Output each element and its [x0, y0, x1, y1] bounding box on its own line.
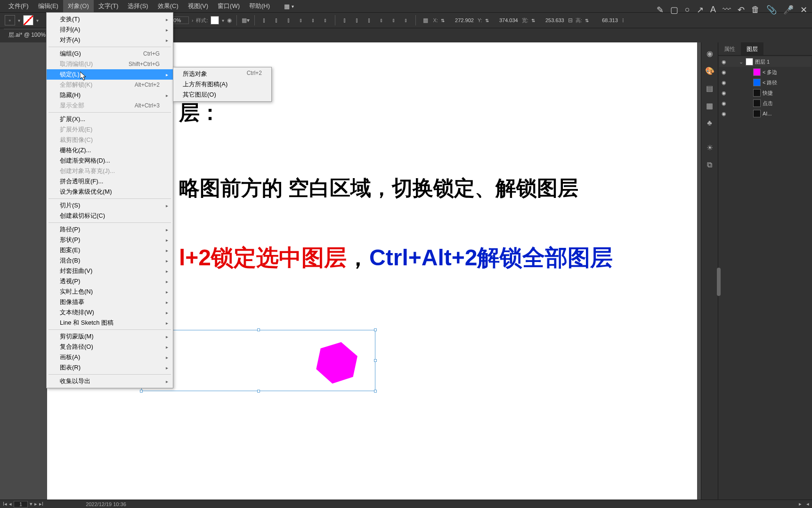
- menu-item[interactable]: 混合(B)▸: [47, 255, 173, 266]
- y-stepper-icon[interactable]: ⇅: [485, 18, 489, 23]
- color-icon[interactable]: 🎨: [705, 66, 715, 75]
- layer-row[interactable]: ◉ AI...: [719, 108, 811, 119]
- align-menu-icon[interactable]: ▦▾: [242, 17, 250, 24]
- menu-item[interactable]: 实时上色(N)▸: [47, 287, 173, 297]
- tab-layers[interactable]: 图层: [741, 42, 763, 55]
- menu-file[interactable]: 文件(F): [4, 0, 33, 12]
- layer-name[interactable]: 图层 1: [755, 58, 810, 66]
- prev-page-icon[interactable]: ◂: [9, 501, 12, 507]
- menu-item[interactable]: 排列(A)▸: [47, 25, 173, 35]
- rect-tool-icon[interactable]: ▢: [670, 5, 678, 15]
- menu-item[interactable]: 创建裁切标记(C): [47, 211, 173, 221]
- distribute-vcenter-icon[interactable]: ⫿: [352, 16, 362, 25]
- tab-properties[interactable]: 属性: [718, 42, 741, 55]
- workspace-switcher[interactable]: ▦▾: [284, 3, 294, 10]
- layer-row[interactable]: ◉ < 多边: [719, 67, 811, 77]
- brush-tool-icon[interactable]: 〰: [723, 5, 731, 15]
- align-left-icon[interactable]: ⫿: [260, 16, 269, 25]
- menu-help[interactable]: 帮助(H): [244, 0, 275, 12]
- undo-icon[interactable]: ↶: [738, 5, 745, 15]
- menu-item[interactable]: 路径(P)▸: [47, 224, 173, 235]
- dropdown-arrow-icon[interactable]: ▾: [36, 18, 39, 23]
- distribute-bottom-icon[interactable]: ⫿: [365, 16, 374, 25]
- menu-item[interactable]: 图像描摹▸: [47, 297, 173, 307]
- menu-item[interactable]: 隐藏(H)▸: [47, 90, 173, 100]
- mic-icon[interactable]: 🎤: [783, 5, 794, 15]
- brightness-icon[interactable]: ☀: [706, 143, 713, 152]
- w-input[interactable]: [538, 17, 565, 24]
- hexagon-shape[interactable]: [313, 339, 360, 386]
- menu-item[interactable]: 图表(R)▸: [47, 362, 173, 373]
- menu-type[interactable]: 文字(T): [94, 0, 123, 12]
- visibility-icon[interactable]: ◉: [720, 59, 728, 65]
- menu-item[interactable]: 形状(P)▸: [47, 235, 173, 245]
- fill-swatch[interactable]: [23, 15, 33, 25]
- distribute-top-icon[interactable]: ⫿: [340, 16, 349, 25]
- transform-icon[interactable]: ▦: [421, 16, 430, 25]
- layer-row[interactable]: ◉ 点击: [719, 98, 811, 108]
- layer-name[interactable]: < 多边: [763, 69, 810, 76]
- last-page-icon[interactable]: ▸I: [39, 501, 43, 507]
- menu-item[interactable]: 对齐(A)▸: [47, 35, 173, 45]
- menu-item[interactable]: 设为像素级优化(M): [47, 187, 173, 197]
- menu-view[interactable]: 视图(V): [183, 0, 213, 12]
- menu-edit[interactable]: 编辑(E): [33, 0, 63, 12]
- close-icon[interactable]: ✕: [800, 5, 807, 15]
- menu-item[interactable]: 文本绕排(W)▸: [47, 307, 173, 318]
- scroll-right-icon[interactable]: ◂: [806, 501, 809, 507]
- menu-item[interactable]: 变换(T)▸: [47, 14, 173, 25]
- swatches-icon[interactable]: ▦: [706, 101, 713, 110]
- h-stepper-icon[interactable]: ⇅: [585, 18, 589, 23]
- layer-name[interactable]: AI...: [763, 111, 810, 116]
- w-stepper-icon[interactable]: ⇅: [531, 18, 535, 23]
- menu-object[interactable]: 对象(O): [63, 0, 94, 12]
- artboards-icon[interactable]: ⧉: [707, 161, 712, 169]
- menu-item[interactable]: 拼合透明度(F)...: [47, 176, 173, 187]
- align-hcenter-icon[interactable]: ⫿: [272, 16, 281, 25]
- menu-item[interactable]: Line 和 Sketch 图稿▸: [47, 318, 173, 328]
- layer-row[interactable]: ◉ 快捷: [719, 88, 811, 98]
- layer-row[interactable]: ◉ ⌄ 图层 1: [719, 57, 811, 67]
- menu-effect[interactable]: 效果(C): [153, 0, 183, 12]
- first-page-icon[interactable]: I◂: [3, 501, 7, 507]
- distribute-right-icon[interactable]: ⫾: [401, 16, 411, 25]
- scroll-left-icon[interactable]: ▸: [799, 501, 802, 507]
- expand-icon[interactable]: ⌄: [738, 59, 744, 65]
- lock-submenu[interactable]: 所选对象Ctrl+2上方所有图稿(A)其它图层(O): [173, 67, 272, 102]
- align-right-icon[interactable]: ⫿: [284, 16, 293, 25]
- menu-item[interactable]: 切片(S)▸: [47, 200, 173, 211]
- menu-item[interactable]: 编组(G)Ctrl+G: [47, 49, 173, 59]
- inspector-icon[interactable]: ◉: [706, 49, 713, 58]
- attach-icon[interactable]: 📎: [766, 5, 777, 15]
- layer-name[interactable]: 点击: [763, 100, 810, 107]
- menu-item[interactable]: 透视(P)▸: [47, 276, 173, 287]
- library-icon[interactable]: ▤: [706, 84, 713, 93]
- object-menu-dropdown[interactable]: 变换(T)▸排列(A)▸对齐(A)▸编组(G)Ctrl+G取消编组(U)Shif…: [46, 12, 173, 388]
- menu-item[interactable]: 扩展(X)...: [47, 114, 173, 124]
- menu-item[interactable]: 创建渐变网格(D)...: [47, 156, 173, 166]
- distribute-left-icon[interactable]: ⫾: [377, 16, 386, 25]
- visibility-icon[interactable]: ◉: [720, 69, 728, 75]
- line-tool-icon[interactable]: ↗: [697, 5, 704, 15]
- layer-row[interactable]: ◉ < 路径: [719, 77, 811, 88]
- recolor-icon[interactable]: ◉: [227, 17, 232, 24]
- menu-item[interactable]: 栅格化(Z)...: [47, 145, 173, 156]
- menu-item[interactable]: 锁定(L)▸: [47, 69, 173, 80]
- menu-item[interactable]: 画板(A)▸: [47, 352, 173, 362]
- submenu-item[interactable]: 其它图层(O): [173, 90, 271, 100]
- visibility-icon[interactable]: ◉: [720, 111, 728, 117]
- submenu-item[interactable]: 所选对象Ctrl+2: [173, 69, 271, 79]
- page-navigator[interactable]: I◂ ◂ 1 ▾ ▸ ▸I: [3, 501, 43, 508]
- no-selection-icon[interactable]: ▫: [5, 15, 15, 25]
- x-input[interactable]: [447, 17, 475, 24]
- layer-name[interactable]: < 路径: [763, 79, 810, 86]
- distribute-hcenter-icon[interactable]: ⫾: [389, 16, 398, 25]
- more-options-icon[interactable]: ⫶: [622, 17, 625, 24]
- link-wh-icon[interactable]: ⊟: [568, 17, 573, 24]
- edit-tool-icon[interactable]: ✎: [657, 5, 664, 15]
- trash-icon[interactable]: 🗑: [751, 5, 760, 15]
- page-number[interactable]: 1: [14, 501, 28, 508]
- symbols-icon[interactable]: ♣: [707, 119, 712, 127]
- menu-window[interactable]: 窗口(W): [213, 0, 244, 12]
- ellipse-tool-icon[interactable]: ○: [685, 5, 690, 15]
